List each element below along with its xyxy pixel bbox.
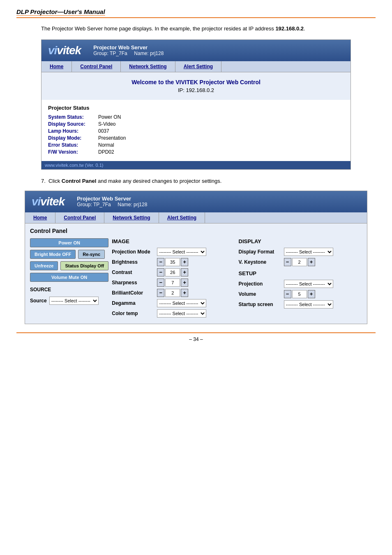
- keystone-plus[interactable]: +: [308, 258, 315, 266]
- home-nav-control-panel[interactable]: Control Panel: [72, 61, 121, 72]
- cp-nav-network-setting[interactable]: Network Setting: [104, 212, 159, 223]
- brightness-input[interactable]: [165, 258, 180, 266]
- brilliantcolor-plus[interactable]: +: [181, 289, 188, 297]
- intro-end: .: [304, 25, 305, 32]
- projection-select[interactable]: -------- Select --------: [284, 280, 333, 288]
- setup-control-2: -------- Select --------: [284, 300, 333, 309]
- image-label-2: Contrast: [112, 269, 157, 275]
- page-header: DLP Projector—User's Manual: [16, 8, 376, 18]
- cp-right-column: DISPLAY Display Format -------- Select -…: [239, 238, 362, 320]
- status-label-1: Display Source:: [48, 121, 93, 127]
- cp-vivitek-logo: vivitek: [32, 195, 65, 208]
- home-vivitek-logo: vivitek: [48, 44, 81, 57]
- source-select[interactable]: -------- Select --------: [49, 297, 99, 305]
- image-row-2: Contrast − +: [112, 268, 235, 276]
- home-panel-screenshot: vivitek Projector Web Server Group: TP_7…: [41, 39, 351, 170]
- degamma-select[interactable]: -------- Select --------: [157, 299, 206, 307]
- home-welcome-ip: IP: 192.168.0.2: [48, 87, 344, 93]
- home-nav-alert-setting[interactable]: Alert Setting: [175, 61, 221, 72]
- setup-section-header: SETUP: [239, 270, 362, 276]
- setup-control-1: − +: [284, 290, 315, 298]
- colortemp-select[interactable]: -------- Select --------: [157, 309, 206, 318]
- unfreeze-button[interactable]: Unfreeze: [30, 261, 58, 270]
- power-on-button[interactable]: Power ON: [30, 238, 108, 247]
- bright-row: Bright Mode OFF Re-sync: [30, 250, 108, 259]
- status-value-1: S-Video: [98, 121, 115, 127]
- cp-nav-control-panel[interactable]: Control Panel: [55, 212, 104, 223]
- keystone-minus[interactable]: −: [284, 258, 291, 266]
- sharpness-minus[interactable]: −: [157, 279, 164, 287]
- status-header: Projector Status: [48, 105, 344, 111]
- display-control-0: -------- Select --------: [284, 248, 333, 256]
- sharpness-input[interactable]: [165, 279, 180, 287]
- setup-row-1: Volume − +: [239, 290, 362, 298]
- image-control-4: − +: [157, 289, 188, 297]
- image-row-3: Sharpness − +: [112, 279, 235, 287]
- display-format-select[interactable]: -------- Select --------: [284, 248, 333, 256]
- keystone-input[interactable]: [292, 258, 307, 266]
- image-label-5: Degamma: [112, 300, 157, 306]
- cp-name-label: Name: prj128: [118, 202, 147, 207]
- source-label: Source: [30, 298, 47, 304]
- home-nav-bar: Home Control Panel Network Setting Alert…: [42, 61, 350, 72]
- contrast-plus[interactable]: +: [181, 268, 188, 276]
- cp-server-info: Projector Web Server Group: TP_7Fa Name:…: [77, 196, 147, 207]
- step7-text: 7. Click: [41, 178, 62, 184]
- sharpness-plus[interactable]: +: [181, 279, 188, 287]
- status-label-5: F/W Version:: [48, 149, 93, 155]
- brightness-minus[interactable]: −: [157, 258, 164, 266]
- cp-group-label: Group: TP_7Fa: [77, 202, 111, 207]
- contrast-input[interactable]: [165, 268, 180, 276]
- home-server-info: Projector Web Server Group: TP_7Fa Name:…: [93, 44, 164, 56]
- display-label-1: V. Keystone: [239, 259, 284, 265]
- re-sync-button[interactable]: Re-sync: [78, 250, 105, 259]
- projector-status-area: Projector Status System Status: Power ON…: [42, 100, 350, 161]
- cp-middle-column: IMAGE Projection Mode -------- Select --…: [112, 238, 235, 320]
- cp-nav-alert-setting[interactable]: Alert Setting: [159, 212, 205, 223]
- contrast-minus[interactable]: −: [157, 268, 164, 276]
- cp-vivitek-header: vivitek Projector Web Server Group: TP_7…: [25, 191, 367, 212]
- status-value-0: Power ON: [98, 114, 121, 120]
- step7-bold: Control Panel: [62, 178, 97, 184]
- brightness-plus[interactable]: +: [181, 258, 188, 266]
- status-value-3: Presentation: [98, 135, 126, 141]
- cp-left-column: Power ON Bright Mode OFF Re-sync Unfreez…: [30, 238, 108, 320]
- home-nav-network-setting[interactable]: Network Setting: [121, 61, 175, 72]
- setup-label-2: Startup screen: [239, 302, 284, 307]
- status-display-off-button[interactable]: Status Display Off: [60, 261, 108, 270]
- display-label-0: Display Format: [239, 249, 284, 255]
- volume-plus[interactable]: +: [308, 290, 315, 298]
- startup-screen-select[interactable]: -------- Select --------: [284, 300, 333, 309]
- home-vivitek-header: vivitek Projector Web Server Group: TP_7…: [42, 40, 350, 61]
- brilliantcolor-minus[interactable]: −: [157, 289, 164, 297]
- home-panel-footer: www.vivitek.com.tw (Ver. 0.1): [42, 161, 350, 169]
- status-label-3: Display Mode:: [48, 135, 93, 141]
- home-nav-home[interactable]: Home: [42, 61, 72, 72]
- home-welcome-area: Welcome to the VIVITEK Projector Web Con…: [42, 72, 350, 100]
- intro-paragraph: The Projector Web Server home page displ…: [41, 25, 351, 33]
- unfreeze-row: Unfreeze Status Display Off: [30, 261, 108, 270]
- setup-label-1: Volume: [239, 291, 284, 297]
- brilliantcolor-input[interactable]: [165, 289, 180, 297]
- cp-content-area: Control Panel Power ON Bright Mode OFF R…: [25, 223, 367, 324]
- volume-mute-on-button[interactable]: Volume Mute ON: [30, 273, 108, 282]
- image-row-4: BrilliantColor − +: [112, 289, 235, 297]
- display-control-1: − +: [284, 258, 315, 266]
- cp-server-label: Projector Web Server: [77, 196, 147, 202]
- cp-nav-home[interactable]: Home: [25, 212, 55, 223]
- cp-inner-layout: Power ON Bright Mode OFF Re-sync Unfreez…: [30, 238, 362, 320]
- status-value-5: DPD02: [98, 149, 114, 155]
- volume-input[interactable]: [292, 290, 307, 298]
- source-section-title: SOURCE: [30, 287, 108, 292]
- cp-panel-screenshot: vivitek Projector Web Server Group: TP_7…: [25, 191, 367, 324]
- image-row-0: Projection Mode -------- Select --------: [112, 248, 235, 256]
- status-row-3: Display Mode: Presentation: [48, 135, 344, 141]
- cp-panel-title: Control Panel: [30, 228, 362, 234]
- volume-minus[interactable]: −: [284, 290, 291, 298]
- bright-mode-off-button[interactable]: Bright Mode OFF: [30, 250, 76, 259]
- intro-text: The Projector Web Server home page displ…: [41, 25, 275, 32]
- intro-ip: 192.168.0.2: [275, 25, 304, 32]
- status-label-0: System Status:: [48, 114, 93, 120]
- image-section-header: IMAGE: [112, 238, 235, 244]
- projection-mode-select[interactable]: -------- Select --------: [157, 248, 206, 256]
